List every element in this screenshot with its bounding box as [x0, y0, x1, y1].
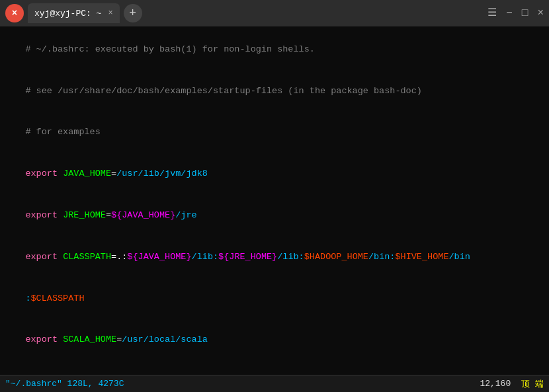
status-end-label: 顶 端 [521, 378, 544, 390]
new-tab-button[interactable]: + [124, 4, 142, 22]
close-window-icon[interactable]: × [537, 8, 544, 19]
line-comment-3: # for examples [4, 112, 545, 154]
menu-icon[interactable]: ☰ [487, 8, 497, 19]
line-export-spark: export SPARK_HOME=/usr/local/spark [4, 361, 545, 375]
terminal-tab[interactable]: xyj@xyj-PC: ~ × [28, 3, 120, 23]
tab-close-icon[interactable]: × [108, 9, 112, 18]
maximize-icon[interactable]: □ [522, 8, 528, 19]
statusbar: "~/.bashrc" 128L, 4273C 12,160 顶 端 [0, 375, 549, 392]
line-export-scala: export SCALA_HOME=/usr/local/scala [4, 319, 545, 361]
window-controls: ☰ − □ × [487, 8, 544, 19]
new-tab-icon: + [129, 7, 136, 20]
line-comment-2: # see /usr/share/doc/bash/examples/start… [4, 71, 545, 112]
tab-label: xyj@xyj-PC: ~ [34, 9, 101, 19]
line-export-classpath: export CLASSPATH=.:${JAVA_HOME}/lib:${JR… [4, 237, 545, 278]
status-position: 12,160 [480, 379, 511, 389]
line-export-jre: export JRE_HOME=${JAVA_HOME}/jre [4, 195, 545, 237]
status-file-info: "~/.bashrc" 128L, 4273C [5, 379, 477, 389]
line-classpath-cont: :$CLASSPATH [4, 278, 545, 320]
close-icon: × [12, 8, 17, 19]
minimize-icon[interactable]: − [506, 8, 513, 19]
line-export-java: export JAVA_HOME=/usr/lib/jvm/jdk8 [4, 153, 545, 195]
app-close-button[interactable]: × [5, 4, 24, 22]
line-comment-1: # ~/.bashrc: executed by bash(1) for non… [4, 29, 545, 71]
titlebar: × xyj@xyj-PC: ~ × + ☰ − □ × [0, 0, 549, 26]
terminal-content: # ~/.bashrc: executed by bash(1) for non… [0, 26, 549, 375]
